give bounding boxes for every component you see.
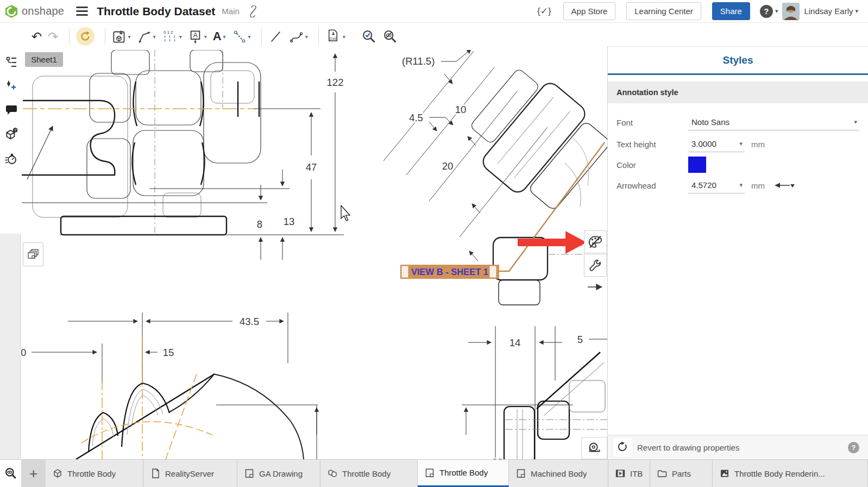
logo-wordmark: onshape <box>22 5 64 17</box>
versions-button[interactable] <box>5 55 18 68</box>
drawing-sheet[interactable]: 122 47 13 8 <box>0 50 607 459</box>
sheets-panel-button[interactable] <box>23 242 43 266</box>
insert-version-button[interactable] <box>5 79 18 92</box>
revert-label[interactable]: Revert to drawing properties <box>637 443 739 452</box>
spline-caret-icon[interactable]: ▾ <box>305 34 308 40</box>
app-store-button[interactable]: App Store <box>563 2 616 20</box>
selection-grip[interactable] <box>489 266 496 278</box>
edit-properties-button[interactable] <box>584 254 607 277</box>
dimension-caret-icon[interactable]: ▾ <box>153 34 156 40</box>
arrowhead-row: Arrowhead 4.5720 ▾ mm <box>617 176 859 195</box>
document-tab[interactable]: Throttle Body <box>46 460 143 487</box>
drawing-canvas[interactable]: 122 47 13 8 <box>0 50 607 459</box>
ordinate-caret-icon[interactable]: ▾ <box>179 34 182 40</box>
text-button[interactable]: A ▾ <box>212 28 227 45</box>
font-value: Noto Sans <box>688 117 729 127</box>
revert-help-icon[interactable]: ? <box>848 442 859 453</box>
magnifier-eye-icon <box>382 29 398 44</box>
document-tab[interactable]: Machined Body <box>509 460 608 487</box>
dimension-button[interactable]: ▾ <box>136 28 157 45</box>
learning-center-button[interactable]: Learning Center <box>626 2 701 20</box>
ordinate-dimension-button[interactable]: 0 1 2 ▾ <box>161 28 183 45</box>
assembly-icon <box>327 468 338 479</box>
help-icon[interactable]: ? <box>760 5 773 18</box>
svg-text:20: 20 <box>442 160 454 172</box>
user-avatar[interactable] <box>782 3 800 20</box>
search-tabs-button[interactable] <box>0 460 21 487</box>
share-link-icon[interactable] <box>247 5 259 17</box>
text-height-row: Text height 3.0000 ▾ mm <box>617 135 859 153</box>
off-sheet-area <box>0 234 20 459</box>
insert-view-caret-icon[interactable]: ▾ <box>128 34 131 40</box>
text-height-caret-icon[interactable]: ▾ <box>739 140 745 147</box>
toolbar-separator <box>105 28 105 45</box>
featurescript-icon[interactable]: {✓} <box>537 5 551 17</box>
part-info-button[interactable]: ? <box>4 127 18 141</box>
onshape-logo[interactable]: onshape <box>4 4 64 18</box>
insert-view-button[interactable]: ▾ <box>111 28 132 45</box>
revert-bar: Revert to drawing properties ? <box>607 435 868 459</box>
comment-icon <box>5 103 18 116</box>
user-name[interactable]: Lindsay Early <box>804 7 853 16</box>
revert-button[interactable] <box>613 438 632 457</box>
sheet-tab-label[interactable]: Sheet1 <box>25 52 63 67</box>
document-tab[interactable]: GA Drawing <box>237 460 320 487</box>
font-select[interactable]: Noto Sans ▾ <box>688 114 859 130</box>
export-dxf-button[interactable]: DXF ▾ <box>324 28 347 46</box>
user-menu-caret-icon[interactable]: ▾ <box>855 8 858 15</box>
note-caret-icon[interactable]: ▾ <box>204 34 207 40</box>
update-highlight <box>76 27 95 46</box>
help-caret-icon[interactable]: ▾ <box>775 8 778 15</box>
color-label: Color <box>617 160 688 170</box>
centerline-caret-icon[interactable]: ▾ <box>248 34 251 40</box>
toolbar-separator <box>261 28 262 45</box>
document-tab[interactable]: Throttle Body <box>320 460 418 487</box>
comments-button[interactable] <box>5 103 18 116</box>
palette-icon <box>588 234 603 249</box>
check-dimensions-button[interactable] <box>360 28 378 45</box>
undo-button[interactable]: ↶ <box>30 28 43 45</box>
note-button[interactable]: A ▾ <box>187 28 208 45</box>
arrowhead-style-icon[interactable] <box>773 181 795 190</box>
arrowhead-select[interactable]: 4.5720 ▾ <box>688 177 745 193</box>
edit-styles-button[interactable] <box>584 230 607 253</box>
dimension-20[interactable]: 20 <box>442 160 454 172</box>
document-tab[interactable]: Throttle Body Renderin... <box>713 460 868 487</box>
selection-grip[interactable] <box>401 266 408 278</box>
app-header: onshape Throttle Body Dataset Main {✓} A… <box>0 0 868 23</box>
color-swatch[interactable] <box>688 157 706 173</box>
main-menu-icon[interactable] <box>76 4 88 18</box>
annotation-style-section: Annotation style <box>608 82 868 103</box>
update-references-button[interactable] <box>75 26 96 47</box>
tab-label: RealityServer <box>165 469 214 478</box>
dimension-10[interactable]: 10 <box>455 104 467 115</box>
document-tab[interactable]: Parts <box>650 460 713 487</box>
document-tab[interactable]: Throttle Body <box>418 460 509 487</box>
dimension-icon <box>137 29 152 44</box>
document-tab[interactable]: ITB <box>608 460 650 487</box>
note-icon: A <box>188 29 203 44</box>
inspect-view-button[interactable] <box>381 28 399 45</box>
font-caret-icon[interactable]: ▾ <box>854 118 859 126</box>
text-caret-icon[interactable]: ▾ <box>223 34 226 40</box>
history-button[interactable] <box>4 152 18 166</box>
wrench-icon <box>588 258 602 272</box>
export-caret-icon[interactable]: ▾ <box>343 34 345 40</box>
text-height-select[interactable]: 3.0000 ▾ <box>688 136 745 152</box>
tab-label: Machined Body <box>531 469 587 478</box>
measure-tool-button[interactable] <box>581 437 607 459</box>
toolbar-separator <box>69 28 70 45</box>
document-tab[interactable]: RealityServer <box>143 460 237 487</box>
onshape-logo-icon <box>4 4 18 18</box>
refresh-icon <box>79 30 91 42</box>
add-tab-button[interactable]: + <box>21 460 46 487</box>
svg-text:43.5: 43.5 <box>240 316 259 327</box>
centerline-button[interactable]: ▾ <box>231 28 252 45</box>
redo-button[interactable]: ↷ <box>47 28 59 45</box>
share-button[interactable]: Share <box>712 2 750 20</box>
workspace-label[interactable]: Main <box>222 7 240 16</box>
line-button[interactable] <box>267 28 284 45</box>
arrowhead-caret-icon[interactable]: ▾ <box>739 182 745 189</box>
view-callout-label[interactable]: VIEW B - SHEET 1 <box>411 267 488 277</box>
spline-button[interactable]: ▾ <box>288 28 309 45</box>
